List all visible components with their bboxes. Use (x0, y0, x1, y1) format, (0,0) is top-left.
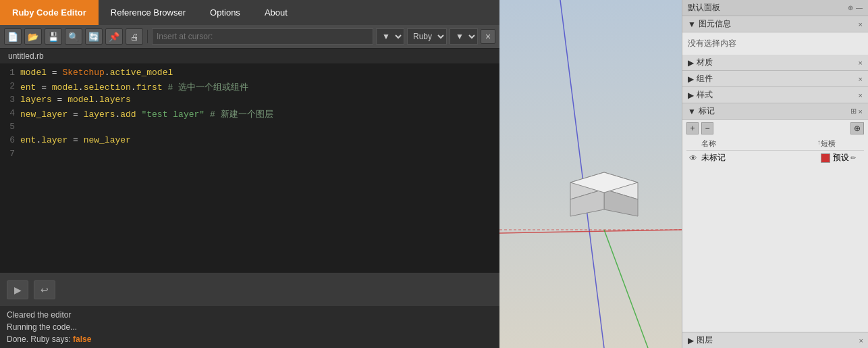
entity-info-close[interactable]: × (859, 20, 863, 28)
new-file-button[interactable]: 📄 (4, 28, 22, 45)
status-line-2: Running the code... (7, 321, 493, 333)
tags-section: + − ⊕ 名称 ↑ 短横 👁 未标记 预设 ✏ (682, 120, 868, 168)
viewport[interactable] (499, 0, 682, 348)
col-name: 名称 (701, 139, 817, 149)
code-line-3: 3 layers = model.layers (0, 94, 499, 107)
panel-header: 默认面板 ⊕ — (682, 0, 868, 16)
code-line-5: 5 (0, 121, 499, 134)
tags-expand[interactable]: ⊞ (850, 107, 857, 116)
open-file-button[interactable]: 📂 (24, 28, 42, 45)
layers-section[interactable]: ▶ 图层 × (682, 332, 868, 348)
panel-title: 默认面板 (688, 2, 720, 14)
menu-ruby-code-editor[interactable]: Ruby Code Editor (0, 0, 99, 25)
materials-arrow: ▶ (688, 58, 694, 68)
panel-pins: ⊕ — (848, 4, 863, 11)
separator (147, 30, 148, 43)
file-tab: untitled.rb (0, 49, 499, 64)
code-line-6: 6 ent.layer = new_layer (0, 134, 499, 148)
status-prefix: Done. Ruby says: (7, 334, 73, 344)
close-button[interactable]: × (481, 29, 495, 44)
edit-icon[interactable]: ✏ (850, 154, 856, 161)
code-line-7: 7 (0, 148, 499, 161)
layers-label: 图层 (697, 334, 713, 346)
code-line-2: 2 ent = model.selection.first # 选中一个组或组件 (0, 80, 499, 94)
layers-close[interactable]: × (859, 337, 863, 345)
components-arrow: ▶ (688, 74, 694, 84)
svg-rect-0 (499, 0, 682, 348)
col-short: 短横 (821, 139, 861, 149)
minimize-icon[interactable]: — (856, 4, 863, 11)
bottom-controls: ▶ ↩ (0, 272, 499, 306)
insert-input[interactable] (152, 28, 373, 45)
eye-toggle[interactable]: 👁 (689, 153, 701, 163)
status-bar: Cleared the editor Running the code... D… (0, 306, 499, 348)
tag-short-text: 预设 (833, 152, 849, 164)
styles-label: 样式 (697, 89, 713, 101)
tags-toolbar: + − ⊕ (686, 122, 864, 134)
save-file-button[interactable]: 💾 (45, 28, 62, 45)
menu-options[interactable]: Options (198, 0, 252, 25)
language-arrow-select[interactable]: ▼ (450, 28, 478, 45)
menu-reference-browser[interactable]: Reference Browser (99, 0, 198, 25)
print-button[interactable]: 🖨 (126, 28, 143, 45)
language-select[interactable]: Ruby (407, 28, 447, 45)
viewport-svg (499, 0, 682, 348)
tags-header[interactable]: ▼ 标记 ⊞ × (682, 103, 868, 120)
left-panel: Ruby Code Editor Reference Browser Optio… (0, 0, 499, 348)
code-line-4: 4 new_layer = layers.add "test layer" # … (0, 107, 499, 121)
code-line-1: 1 model = Sketchup.active_model (0, 67, 499, 80)
status-value: false (73, 334, 91, 344)
styles-close[interactable]: × (859, 91, 863, 99)
tag-options-button[interactable]: ⊕ (850, 122, 864, 134)
refresh-button[interactable]: 🔄 (85, 28, 103, 45)
materials-label: 材质 (697, 57, 713, 68)
remove-tag-button[interactable]: − (701, 122, 713, 134)
back-button[interactable]: ↩ (34, 280, 55, 299)
entity-info-arrow: ▼ (688, 20, 696, 29)
entity-info-label: 图元信息 (699, 18, 731, 30)
file-tab-name: untitled.rb (8, 51, 44, 61)
layers-arrow: ▶ (688, 336, 694, 345)
status-line-1: Cleared the editor (7, 309, 493, 321)
materials-header[interactable]: ▶ 材质 × (682, 55, 868, 71)
tag-color-swatch[interactable] (821, 153, 830, 163)
status-line-3: Done. Ruby says: false (7, 333, 493, 345)
tags-close[interactable]: × (859, 107, 863, 116)
materials-close[interactable]: × (859, 59, 863, 67)
add-tag-button[interactable]: + (686, 122, 699, 134)
tag-name: 未标记 (701, 152, 821, 164)
styles-header[interactable]: ▶ 样式 × (682, 87, 868, 103)
styles-arrow: ▶ (688, 91, 694, 100)
no-selection-text: 没有选择内容 (682, 32, 868, 55)
tag-name-text: 未标记 (701, 153, 726, 162)
properties-panel: 默认面板 ⊕ — ▼ 图元信息 × 没有选择内容 ▶ 材质 × ▶ 组件 × ▶ (682, 0, 868, 348)
menu-about[interactable]: About (252, 0, 300, 25)
tag-row-default: 👁 未标记 预设 ✏ (686, 151, 864, 165)
components-label: 组件 (697, 73, 713, 84)
code-editor[interactable]: 1 model = Sketchup.active_model 2 ent = … (0, 64, 499, 272)
pin-button[interactable]: 📌 (105, 28, 123, 45)
tags-arrow: ▼ (688, 107, 696, 116)
tags-table-header: 名称 ↑ 短横 (686, 137, 864, 151)
menu-bar: Ruby Code Editor Reference Browser Optio… (0, 0, 499, 25)
entity-info-header[interactable]: ▼ 图元信息 × (682, 16, 868, 32)
tag-short: 预设 ✏ (821, 152, 861, 164)
components-header[interactable]: ▶ 组件 × (682, 71, 868, 87)
pin-icon[interactable]: ⊕ (848, 4, 853, 11)
insert-position-select[interactable]: ▼ (376, 28, 404, 45)
components-close[interactable]: × (859, 75, 863, 83)
search-button[interactable]: 🔍 (65, 28, 82, 45)
toolbar: 📄 📂 💾 🔍 🔄 📌 🖨 ▼ Ruby ▼ × (0, 25, 499, 49)
run-button[interactable]: ▶ (7, 280, 28, 299)
tags-label: 标记 (699, 105, 715, 117)
